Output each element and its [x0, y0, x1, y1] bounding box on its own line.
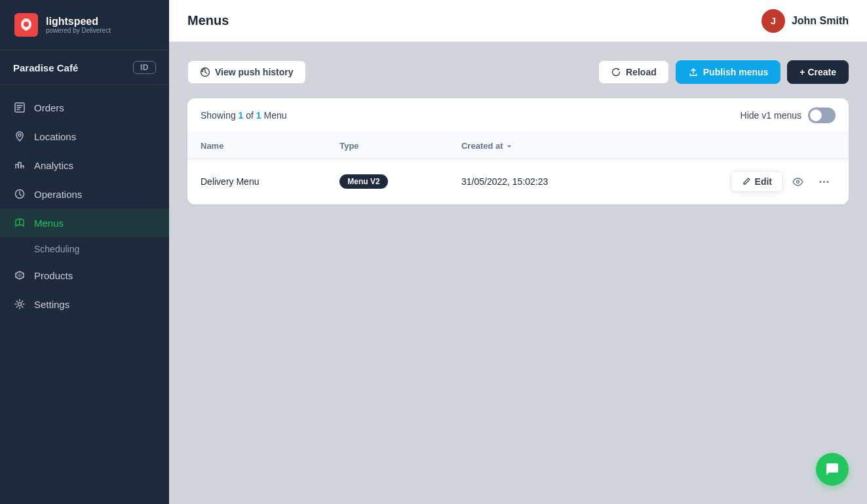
sidebar-nav: Orders Locations Analytics: [0, 85, 169, 504]
toolbar: View push history Reload Publish m: [187, 60, 849, 84]
edit-icon: [742, 177, 751, 186]
operations-icon: [13, 187, 26, 201]
toolbar-left: View push history: [187, 60, 306, 84]
menu-type-badge: Menu V2: [339, 174, 387, 189]
reload-label: Reload: [626, 67, 657, 77]
header: Menus J John Smith: [169, 0, 867, 42]
history-icon: [200, 67, 210, 77]
cell-name: Delivery Menu: [187, 159, 326, 204]
content-area: View push history Reload Publish m: [169, 42, 867, 504]
eye-icon: [792, 176, 803, 187]
sidebar-logo: lightspeed powered by Deliverect: [0, 0, 169, 50]
push-history-label: View push history: [215, 67, 294, 77]
sidebar-item-scheduling[interactable]: Scheduling: [0, 237, 169, 261]
sidebar-item-orders[interactable]: Orders: [0, 93, 169, 122]
logo-brand: lightspeed: [46, 16, 111, 28]
create-button[interactable]: + Create: [787, 60, 849, 84]
view-push-history-button[interactable]: View push history: [187, 60, 306, 84]
create-label: + Create: [800, 67, 836, 77]
table-body: Delivery Menu Menu V2 31/05/2022, 15:02:…: [187, 159, 849, 204]
cell-actions: Edit: [633, 159, 849, 204]
locations-icon: [13, 130, 26, 143]
view-button[interactable]: [786, 170, 809, 193]
table-header: Name Type Created at: [187, 133, 849, 159]
sidebar-item-products[interactable]: Products: [0, 261, 169, 290]
sort-icon: [506, 143, 512, 149]
page-title: Menus: [187, 13, 229, 28]
sidebar-item-locations[interactable]: Locations: [0, 122, 169, 151]
main-content: Menus J John Smith View push history: [169, 0, 867, 504]
logo-icon: [13, 12, 39, 38]
sidebar-item-menus[interactable]: Menus: [0, 208, 169, 237]
products-icon: [13, 269, 26, 282]
sidebar-item-label-analytics: Analytics: [34, 160, 73, 171]
cell-created-at: 31/05/2022, 15:02:23: [448, 159, 633, 204]
chat-icon: [824, 461, 840, 477]
restaurant-name: Paradise Café: [13, 62, 78, 73]
edit-label: Edit: [755, 176, 772, 187]
svg-point-1: [24, 22, 29, 27]
sidebar-item-label-settings: Settings: [34, 299, 69, 310]
sidebar-item-analytics[interactable]: Analytics: [0, 151, 169, 180]
toolbar-right: Reload Publish menus + Create: [598, 60, 849, 84]
sidebar-item-label-operations: Operations: [34, 189, 82, 200]
col-name: Name: [187, 133, 326, 159]
row-actions: Edit: [646, 170, 836, 193]
reload-button[interactable]: Reload: [598, 60, 669, 84]
menus-table: Name Type Created at: [187, 133, 849, 204]
sidebar-item-label-locations: Locations: [34, 131, 76, 142]
reload-icon: [611, 67, 621, 77]
svg-point-7: [796, 180, 799, 183]
sidebar: lightspeed powered by Deliverect Paradis…: [0, 0, 169, 504]
analytics-icon: [13, 159, 26, 172]
table-showing: Showing 1 of 1 Menu: [201, 110, 287, 121]
settings-icon: [13, 298, 26, 311]
menus-icon: [13, 216, 26, 229]
edit-button[interactable]: Edit: [731, 171, 783, 192]
publish-menus-button[interactable]: Publish menus: [676, 60, 781, 84]
hide-v1-label: Hide v1 menus: [741, 110, 801, 121]
logo-text: lightspeed powered by Deliverect: [46, 16, 111, 35]
svg-point-3: [18, 134, 21, 136]
cell-type: Menu V2: [326, 159, 448, 204]
sidebar-item-label-orders: Orders: [34, 102, 64, 113]
orders-icon: [13, 101, 26, 114]
publish-icon: [688, 67, 699, 77]
svg-point-9: [823, 181, 825, 183]
menus-table-wrapper: Showing 1 of 1 Menu Hide v1 menus Name T…: [187, 98, 849, 204]
svg-point-5: [18, 303, 22, 306]
svg-point-8: [819, 181, 821, 183]
svg-point-10: [826, 181, 828, 183]
table-row: Delivery Menu Menu V2 31/05/2022, 15:02:…: [187, 159, 849, 204]
hide-v1-toggle[interactable]: [808, 107, 836, 123]
sidebar-restaurant: Paradise Café ID: [0, 50, 169, 85]
publish-label: Publish menus: [703, 67, 769, 77]
id-badge[interactable]: ID: [133, 61, 156, 74]
sidebar-item-operations[interactable]: Operations: [0, 180, 169, 208]
header-user: J John Smith: [761, 9, 849, 33]
chat-bubble[interactable]: [816, 453, 849, 486]
sidebar-item-label-products: Products: [34, 270, 73, 281]
hide-v1-toggle-container: Hide v1 menus: [741, 107, 836, 123]
sidebar-item-settings[interactable]: Settings: [0, 290, 169, 319]
avatar: J: [761, 9, 785, 33]
logo-sub: powered by Deliverect: [46, 27, 111, 34]
col-created-at[interactable]: Created at: [448, 133, 633, 159]
sidebar-item-label-scheduling: Scheduling: [34, 244, 79, 254]
more-options-button[interactable]: [812, 170, 836, 193]
table-meta: Showing 1 of 1 Menu Hide v1 menus: [187, 98, 849, 133]
sidebar-item-label-menus: Menus: [34, 218, 64, 229]
ellipsis-icon: [819, 176, 830, 187]
col-actions: [633, 133, 849, 159]
user-name: John Smith: [792, 15, 849, 27]
col-type: Type: [326, 133, 448, 159]
